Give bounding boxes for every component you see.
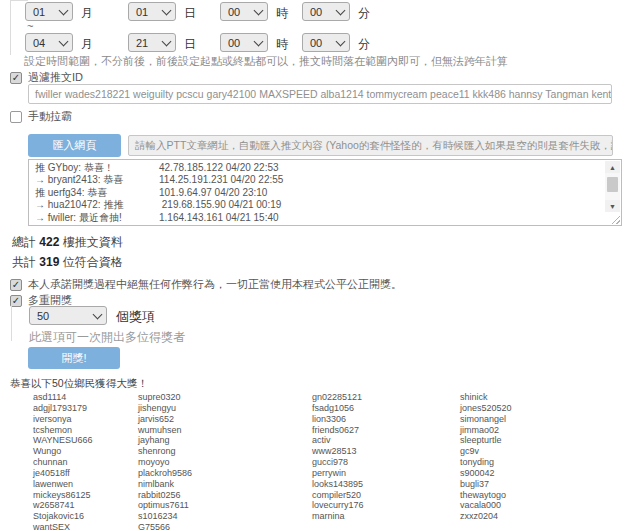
winners-heading: 恭喜以下50位鄉民獲得大獎！ bbox=[10, 377, 148, 391]
scroll-down-icon[interactable]: ▼ bbox=[605, 200, 620, 212]
push-comment-meta: 1.164.143.161 04/21 15:40 bbox=[159, 212, 279, 223]
from-day-value: 01 bbox=[136, 6, 148, 18]
winner-name: chunnan bbox=[33, 457, 93, 468]
to-minute-select[interactable]: 00 bbox=[302, 33, 350, 52]
winner-name: friends0627 bbox=[312, 425, 364, 436]
filter-id-checkbox[interactable]: ✓ bbox=[10, 72, 22, 84]
from-month-select[interactable]: 01 bbox=[25, 2, 73, 21]
check-icon: ✓ bbox=[12, 73, 20, 83]
to-day-value: 21 bbox=[136, 37, 148, 49]
hour-label: 時 bbox=[276, 5, 288, 22]
from-day-select[interactable]: 01 bbox=[128, 2, 176, 21]
push-comment-text: → hua210472: 推推 bbox=[35, 199, 123, 210]
winner-name: activ bbox=[312, 435, 364, 446]
from-minute-select[interactable]: 00 bbox=[302, 2, 350, 21]
chevron-down-icon bbox=[336, 5, 346, 15]
push-comment-meta: 114.25.191.231 04/20 22:55 bbox=[159, 174, 283, 186]
chevron-down-icon bbox=[59, 5, 69, 15]
group-border-left bbox=[10, 0, 11, 55]
group-border-top bbox=[10, 0, 28, 1]
check-icon: ✓ bbox=[12, 296, 20, 306]
push-comments-textarea[interactable]: 推 GYboy: 恭喜！ 42.78.185.122 04/20 22:53 →… bbox=[28, 159, 622, 226]
filter-id-row: ✓ 過濾推文ID bbox=[10, 70, 83, 85]
winner-column-3: gn02285121fsadg1056lion3306friends0627ac… bbox=[312, 392, 364, 522]
chevron-down-icon bbox=[254, 5, 264, 15]
push-comment-row: → bryant2413: 恭喜 114.25.191.231 04/20 22… bbox=[29, 174, 604, 186]
import-page-button[interactable]: 匯入網頁 bbox=[28, 134, 121, 157]
winner-name: jishengyu bbox=[138, 403, 192, 414]
winner-name: jarvis652 bbox=[138, 414, 192, 425]
winner-name: Stojakovic16 bbox=[33, 511, 93, 522]
push-comment-row: 推 GYboy: 恭喜！ 42.78.185.122 04/20 22:53 bbox=[29, 162, 604, 174]
winner-column-4: shinickjones520520simonangeljimmao02slee… bbox=[460, 392, 512, 522]
winner-name: zxxz0204 bbox=[460, 511, 512, 522]
to-month-select[interactable]: 04 bbox=[25, 33, 73, 52]
winner-name: plackroh9586 bbox=[138, 468, 192, 479]
winner-name: asd1114 bbox=[33, 392, 93, 403]
textarea-scrollbar[interactable]: ▲ ▼ bbox=[605, 161, 620, 212]
pledge-checkbox[interactable]: ✓ bbox=[10, 279, 22, 291]
prize-count-select[interactable]: 50 bbox=[29, 306, 107, 325]
push-comment-row: → fwiller: 最近會抽! 1.164.143.161 04/21 15:… bbox=[29, 212, 604, 223]
winner-name: supre0320 bbox=[138, 392, 192, 403]
winner-name: G75566 bbox=[138, 522, 192, 531]
scrollbar-thumb[interactable] bbox=[607, 177, 618, 192]
filter-id-label: 過濾推文ID bbox=[28, 70, 83, 85]
ptt-url-input[interactable]: 請輸入PTT文章網址，自動匯入推文內容 (Yahoo的套件怪怪的，有時候匯入如果… bbox=[128, 135, 613, 156]
winner-name: lovecurry176 bbox=[312, 500, 364, 511]
push-comment-list: 推 GYboy: 恭喜！ 42.78.185.122 04/20 22:53 →… bbox=[29, 162, 604, 223]
qualified-stat: 共計 319 位符合資格 bbox=[12, 254, 123, 271]
from-month-value: 01 bbox=[33, 6, 45, 18]
draw-button[interactable]: 開獎! bbox=[28, 347, 120, 369]
chevron-down-icon bbox=[336, 36, 346, 46]
winner-column-1: asd1114adgjl1793179iversonyatcshemonWAYN… bbox=[33, 392, 93, 531]
winner-name: gc9v bbox=[460, 446, 512, 457]
from-hour-select[interactable]: 00 bbox=[220, 2, 268, 21]
resize-grip-icon[interactable] bbox=[609, 213, 620, 224]
winner-name: jayhang bbox=[138, 435, 192, 446]
pledge-label: 本人承諾開獎過程中絕無任何作弊行為，一切正當使用本程式公平公正開獎。 bbox=[28, 277, 402, 292]
total-prefix: 總計 bbox=[12, 235, 36, 249]
to-day-select[interactable]: 21 bbox=[128, 33, 176, 52]
winner-column-2: supre0320jishengyujarvis652wumuhsenjayha… bbox=[138, 392, 192, 531]
winner-name: Wungo bbox=[33, 446, 93, 457]
to-hour-select[interactable]: 00 bbox=[220, 33, 268, 52]
winner-name: lawenwen bbox=[33, 479, 93, 490]
winner-name: iversonya bbox=[33, 414, 93, 425]
winner-name: thewaytogo bbox=[460, 490, 512, 501]
winner-name: vacala000 bbox=[460, 500, 512, 511]
pledge-row: ✓ 本人承諾開獎過程中絕無任何作弊行為，一切正當使用本程式公平公正開獎。 bbox=[10, 277, 402, 292]
winner-name: s900042 bbox=[460, 468, 512, 479]
winner-name: wumuhsen bbox=[138, 425, 192, 436]
qualified-prefix: 共計 bbox=[12, 255, 36, 269]
winner-name: jimmao02 bbox=[460, 425, 512, 436]
multi-group-border bbox=[11, 302, 12, 341]
winner-name: simonangel bbox=[460, 414, 512, 425]
check-icon: ✓ bbox=[12, 280, 20, 290]
push-comment-row: 推 uerfg34: 恭喜 101.9.64.97 04/20 23:10 bbox=[29, 187, 604, 199]
winner-name: tonyding bbox=[460, 457, 512, 468]
winner-name: lion3306 bbox=[312, 414, 364, 425]
winner-name: je40518ff bbox=[33, 468, 93, 479]
day-label: 日 bbox=[184, 36, 196, 53]
qualified-suffix: 位符合資格 bbox=[63, 255, 123, 269]
winner-name: bugli37 bbox=[460, 479, 512, 490]
filter-ids-input[interactable]: fwiller wades218221 weiguilty pcscu gary… bbox=[28, 84, 612, 104]
winner-name: moyoyo bbox=[138, 457, 192, 468]
page: { "accent_color": "#7db0dc", "datetime":… bbox=[0, 0, 640, 531]
to-month-value: 04 bbox=[33, 37, 45, 49]
winner-name: marnina bbox=[312, 511, 364, 522]
push-comment-meta: 42.78.185.122 04/20 22:53 bbox=[159, 162, 279, 174]
scroll-up-icon[interactable]: ▲ bbox=[605, 161, 620, 173]
winner-name: wantSEX bbox=[33, 522, 93, 531]
qualified-count: 319 bbox=[39, 255, 59, 269]
minute-label: 分 bbox=[358, 5, 370, 22]
month-label: 月 bbox=[81, 5, 93, 22]
push-comment-row: → hua210472: 推推 219.68.155.90 04/21 00:1… bbox=[29, 199, 604, 211]
winner-name: perrywin bbox=[312, 468, 364, 479]
to-hour-value: 00 bbox=[228, 37, 240, 49]
manual-checkbox[interactable]: ✓ bbox=[10, 111, 22, 123]
winner-name: jones520520 bbox=[460, 403, 512, 414]
chevron-down-icon bbox=[93, 309, 103, 319]
push-comment-text: 推 uerfg34: 恭喜 bbox=[35, 187, 107, 198]
